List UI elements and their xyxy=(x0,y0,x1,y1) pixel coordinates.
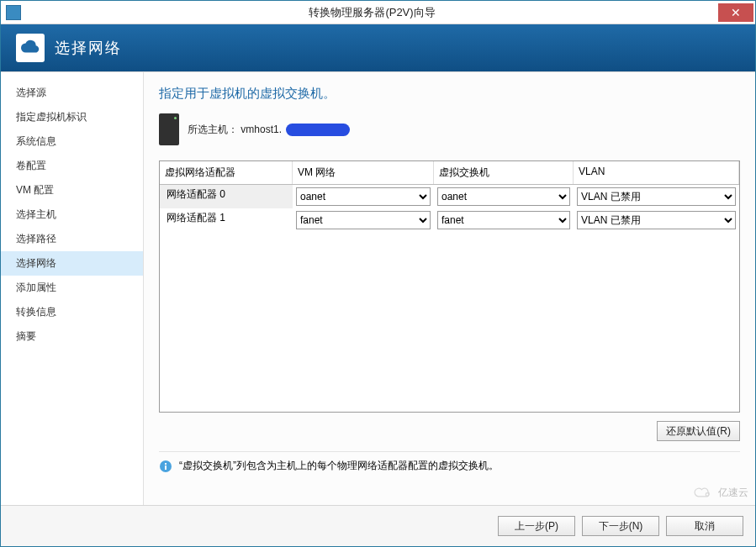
vswitch-cell: oanet xyxy=(434,185,574,208)
sidebar-item-4[interactable]: VM 配置 xyxy=(1,178,143,202)
section-heading: 指定用于虚拟机的虚拟交换机。 xyxy=(159,86,740,102)
vmnet-cell: oanet xyxy=(293,185,434,208)
watermark: 亿速云 xyxy=(693,485,748,500)
vlan-select[interactable]: VLAN 已禁用 xyxy=(577,211,736,229)
adapter-name: 网络适配器 0 xyxy=(160,185,293,208)
host-row: 所选主机： vmhost1. xyxy=(159,113,740,145)
network-icon xyxy=(21,39,40,57)
banner-icon xyxy=(16,34,45,62)
info-row: “虚拟交换机”列包含为主机上的每个物理网络适配器配置的虚拟交换机。 xyxy=(159,451,740,480)
next-button[interactable]: 下一步(N) xyxy=(582,516,659,536)
sidebar-item-10[interactable]: 摘要 xyxy=(1,324,143,349)
sidebar-item-7[interactable]: 选择网络 xyxy=(1,251,143,276)
body: 选择源指定虚拟机标识系统信息卷配置VM 配置选择主机选择路径选择网络添加属性转换… xyxy=(1,71,755,505)
sidebar-item-0[interactable]: 选择源 xyxy=(1,81,143,105)
col-vswitch[interactable]: 虚拟交换机 xyxy=(434,161,574,184)
vmnet-cell: fanet xyxy=(293,208,434,232)
info-icon xyxy=(159,460,172,473)
vswitch-select[interactable]: fanet xyxy=(437,211,570,229)
sidebar-item-6[interactable]: 选择路径 xyxy=(1,227,143,251)
close-button[interactable]: ✕ xyxy=(718,3,753,22)
adapter-grid: 虚拟网络适配器 VM 网络 虚拟交换机 VLAN 网络适配器 0oanetoan… xyxy=(159,160,740,413)
sidebar-item-3[interactable]: 卷配置 xyxy=(1,154,143,178)
prev-button[interactable]: 上一步(P) xyxy=(498,516,575,536)
svg-point-3 xyxy=(706,493,709,497)
grid-body: 网络适配器 0oanetoanetVLAN 已禁用网络适配器 1fanetfan… xyxy=(160,185,739,232)
window-title: 转换物理服务器(P2V)向导 xyxy=(26,5,718,20)
table-row[interactable]: 网络适配器 0oanetoanetVLAN 已禁用 xyxy=(160,185,739,208)
titlebar: 转换物理服务器(P2V)向导 ✕ xyxy=(1,1,755,24)
vlan-select[interactable]: VLAN 已禁用 xyxy=(577,187,736,206)
svg-rect-2 xyxy=(165,463,167,465)
wizard-window: 转换物理服务器(P2V)向导 ✕ 选择网络 选择源指定虚拟机标识系统信息卷配置V… xyxy=(0,0,756,547)
watermark-text: 亿速云 xyxy=(718,486,748,500)
table-row[interactable]: 网络适配器 1fanetfanetVLAN 已禁用 xyxy=(160,208,739,232)
adapter-name: 网络适配器 1 xyxy=(160,208,293,232)
sidebar-item-2[interactable]: 系统信息 xyxy=(1,129,143,154)
banner-title: 选择网络 xyxy=(55,38,122,58)
banner: 选择网络 xyxy=(1,24,755,71)
sidebar-item-1[interactable]: 指定虚拟机标识 xyxy=(1,105,143,129)
close-icon: ✕ xyxy=(731,7,741,18)
info-text: “虚拟交换机”列包含为主机上的每个物理网络适配器配置的虚拟交换机。 xyxy=(179,459,499,473)
col-adapter[interactable]: 虚拟网络适配器 xyxy=(160,161,293,184)
host-label: 所选主机： vmhost1. xyxy=(188,123,350,137)
footer: 上一步(P) 下一步(N) 取消 xyxy=(1,505,755,546)
grid-header: 虚拟网络适配器 VM 网络 虚拟交换机 VLAN xyxy=(160,161,739,185)
sidebar: 选择源指定虚拟机标识系统信息卷配置VM 配置选择主机选择路径选择网络添加属性转换… xyxy=(1,72,144,505)
vlan-cell: VLAN 已禁用 xyxy=(574,208,739,232)
col-vmnet[interactable]: VM 网络 xyxy=(293,161,434,184)
restore-row: 还原默认值(R) xyxy=(159,413,740,451)
app-icon xyxy=(6,5,21,20)
host-label-text: 所选主机： xyxy=(188,124,238,135)
server-icon xyxy=(159,113,179,145)
vlan-cell: VLAN 已禁用 xyxy=(574,185,739,208)
host-value: vmhost1. xyxy=(241,124,282,135)
cancel-button[interactable]: 取消 xyxy=(666,516,743,536)
sidebar-item-8[interactable]: 添加属性 xyxy=(1,276,143,300)
vmnet-select[interactable]: oanet xyxy=(296,187,431,206)
vswitch-cell: fanet xyxy=(434,208,574,232)
svg-rect-1 xyxy=(165,465,167,470)
host-redacted xyxy=(286,124,350,136)
sidebar-item-5[interactable]: 选择主机 xyxy=(1,202,143,227)
vmnet-select[interactable]: fanet xyxy=(296,211,431,229)
col-vlan[interactable]: VLAN xyxy=(574,161,739,184)
sidebar-item-9[interactable]: 转换信息 xyxy=(1,300,143,324)
vswitch-select[interactable]: oanet xyxy=(437,187,570,206)
main-panel: 指定用于虚拟机的虚拟交换机。 所选主机： vmhost1. 虚拟网络适配器 VM… xyxy=(144,72,755,505)
restore-defaults-button[interactable]: 还原默认值(R) xyxy=(657,421,740,441)
